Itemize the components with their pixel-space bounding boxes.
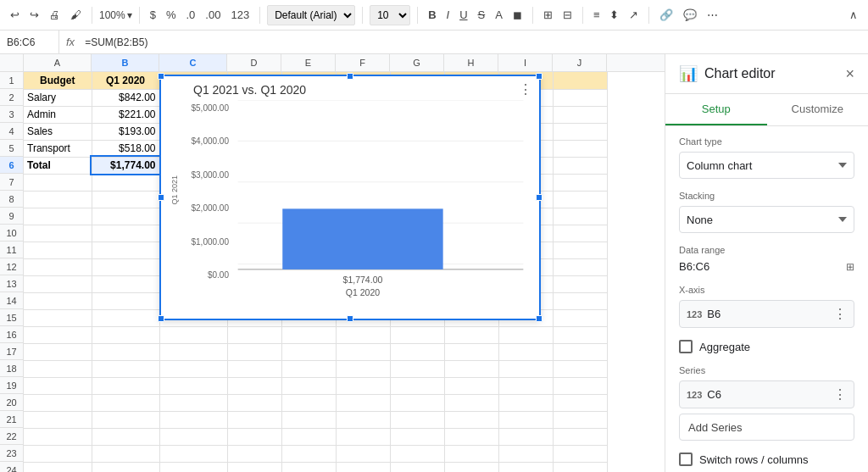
cell-C17[interactable] (159, 343, 227, 360)
col-header-a[interactable]: A (24, 54, 92, 71)
chart-more-button[interactable]: ⋮ (519, 83, 532, 97)
tab-setup[interactable]: Setup (665, 94, 767, 125)
cell-E22[interactable] (281, 428, 336, 445)
decimal-decrease-button[interactable]: .0 (183, 7, 199, 23)
comment-button[interactable]: 💬 (680, 7, 700, 23)
cell-J19[interactable] (553, 377, 607, 394)
cell-A9[interactable] (24, 208, 92, 225)
cell-I21[interactable] (498, 411, 553, 428)
stacking-select[interactable]: None (679, 206, 854, 233)
cell-B19[interactable] (92, 377, 159, 394)
currency-button[interactable]: $ (147, 7, 159, 23)
cell-C20[interactable] (159, 394, 227, 411)
cell-J23[interactable] (553, 445, 607, 462)
cell-G20[interactable] (390, 394, 444, 411)
cell-A22[interactable] (24, 428, 92, 445)
cell-J15[interactable] (553, 309, 607, 326)
cell-B13[interactable] (92, 275, 159, 292)
cell-J21[interactable] (553, 411, 607, 428)
cell-B1[interactable]: Q1 2020 (92, 72, 159, 89)
cell-D20[interactable] (227, 394, 281, 411)
cell-B21[interactable] (92, 411, 159, 428)
redo-button[interactable]: ↪ (26, 7, 42, 23)
cell-F16[interactable] (336, 326, 390, 343)
cell-B4[interactable]: $193.00 (92, 123, 159, 140)
cell-J13[interactable] (553, 275, 607, 292)
cell-A15[interactable] (24, 309, 92, 326)
cell-A1[interactable]: Budget (24, 72, 92, 89)
cell-F20[interactable] (336, 394, 390, 411)
cell-J6[interactable] (553, 157, 607, 174)
align-left-button[interactable]: ≡ (590, 7, 604, 23)
row-num-11[interactable]: 11 (0, 242, 23, 258)
align-v-button[interactable]: ⬍ (606, 7, 622, 23)
row-num-9[interactable]: 9 (0, 208, 23, 225)
cell-G21[interactable] (390, 411, 444, 428)
row-num-21[interactable]: 21 (0, 411, 23, 428)
cell-B15[interactable] (92, 309, 159, 326)
cell-J1[interactable] (553, 72, 607, 89)
col-header-d[interactable]: D (227, 54, 281, 71)
cell-J7[interactable] (553, 174, 607, 191)
cell-J20[interactable] (553, 394, 607, 411)
cell-D23[interactable] (227, 445, 281, 462)
col-header-b[interactable]: B (92, 54, 159, 71)
cell-I19[interactable] (498, 377, 553, 394)
cell-G19[interactable] (390, 377, 444, 394)
cell-H21[interactable] (444, 411, 498, 428)
cell-J14[interactable] (553, 292, 607, 309)
cell-D21[interactable] (227, 411, 281, 428)
cell-F19[interactable] (336, 377, 390, 394)
cell-B20[interactable] (92, 394, 159, 411)
col-header-c[interactable]: C (159, 54, 227, 71)
cell-J3[interactable] (553, 106, 607, 123)
cell-H20[interactable] (444, 394, 498, 411)
col-header-f[interactable]: F (336, 54, 390, 71)
underline-button[interactable]: U (456, 7, 470, 23)
cell-A21[interactable] (24, 411, 92, 428)
cell-G16[interactable] (390, 326, 444, 343)
cell-J9[interactable] (553, 208, 607, 225)
cell-F18[interactable] (336, 360, 390, 377)
cell-A7[interactable] (24, 174, 92, 191)
cell-B16[interactable] (92, 326, 159, 343)
row-num-10[interactable]: 10 (0, 225, 23, 242)
percent-button[interactable]: % (163, 7, 180, 23)
cell-A3[interactable]: Admin (24, 106, 92, 123)
strikethrough-button[interactable]: S (475, 7, 489, 23)
cell-A20[interactable] (24, 394, 92, 411)
cell-E18[interactable] (281, 360, 336, 377)
number-format-button[interactable]: 123 (227, 7, 253, 23)
cell-F17[interactable] (336, 343, 390, 360)
cell-J11[interactable] (553, 242, 607, 258)
aggregate-checkbox[interactable] (679, 340, 693, 353)
cell-B6[interactable]: $1,774.00 (92, 157, 159, 174)
cell-F24[interactable] (336, 462, 390, 472)
row-num-15[interactable]: 15 (0, 309, 23, 326)
cell-A18[interactable] (24, 360, 92, 377)
cell-H23[interactable] (444, 445, 498, 462)
cell-J18[interactable] (553, 360, 607, 377)
cell-J10[interactable] (553, 225, 607, 242)
col-header-h[interactable]: H (444, 54, 498, 71)
col-header-g[interactable]: G (390, 54, 444, 71)
text-rotate-button[interactable]: ↗ (626, 7, 642, 23)
merge-button[interactable]: ⊟ (559, 7, 576, 23)
cell-B12[interactable] (92, 258, 159, 275)
editor-close-button[interactable]: × (845, 65, 854, 83)
cell-H16[interactable] (444, 326, 498, 343)
row-num-18[interactable]: 18 (0, 360, 23, 377)
cell-J5[interactable] (553, 140, 607, 157)
borders-button[interactable]: ⊞ (540, 7, 556, 23)
cell-D18[interactable] (227, 360, 281, 377)
cell-D17[interactable] (227, 343, 281, 360)
cell-F22[interactable] (336, 428, 390, 445)
cell-J16[interactable] (553, 326, 607, 343)
row-num-19[interactable]: 19 (0, 377, 23, 394)
series-more-button[interactable]: ⋮ (833, 386, 847, 403)
x-axis-more-button[interactable]: ⋮ (833, 306, 847, 322)
cell-A13[interactable] (24, 275, 92, 292)
row-num-16[interactable]: 16 (0, 326, 23, 343)
cell-G22[interactable] (390, 428, 444, 445)
cell-B7[interactable] (92, 174, 159, 191)
